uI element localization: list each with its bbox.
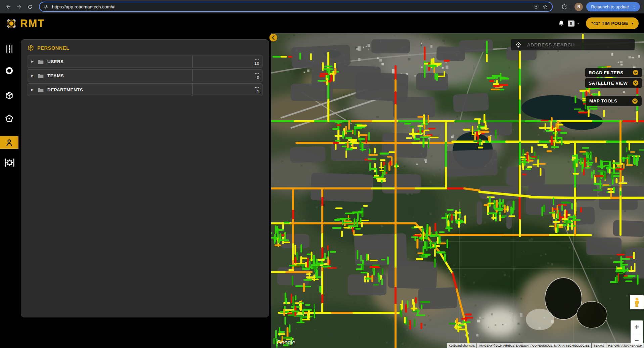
- relaunch-update-button[interactable]: Relaunch to update ⋮: [586, 2, 640, 11]
- expand-caret-icon[interactable]: ▶: [31, 88, 37, 91]
- map-tools-button[interactable]: MAP TOOLS: [586, 96, 642, 106]
- report-error-link[interactable]: REPORT A MAP ERROR: [606, 343, 644, 348]
- ring-icon: [5, 66, 14, 75]
- expand-caret-icon[interactable]: ▶: [31, 60, 37, 63]
- row-menu-icon[interactable]: ---: [255, 86, 259, 89]
- row-count: 0: [257, 75, 259, 80]
- pegman-icon: [634, 297, 640, 307]
- chevron-circle-icon: [633, 80, 639, 86]
- url-bar[interactable]: https://app.roadmantech.com/#: [39, 2, 553, 12]
- terms-link[interactable]: TERMS: [592, 343, 606, 348]
- chevron-down-icon: ▾: [632, 22, 633, 25]
- sidebar-item-roads[interactable]: [0, 43, 18, 55]
- pegman-button[interactable]: [630, 295, 644, 309]
- cube-icon: [27, 44, 34, 51]
- expand-caret-icon[interactable]: ▶: [31, 74, 37, 77]
- extensions-icon[interactable]: [561, 4, 567, 10]
- person-icon: [5, 138, 14, 147]
- pentagon-icon: [5, 114, 14, 123]
- browser-chrome: https://app.roadmantech.com/# R Relaunch…: [0, 0, 644, 13]
- back-icon[interactable]: [3, 2, 13, 12]
- satellite-view-button[interactable]: SATELLITE VIEW: [585, 78, 642, 88]
- panel-rows: ▶ USERS --- 10 ▶ TEAMS ---: [21, 55, 269, 96]
- package-icon: [5, 91, 14, 100]
- sidebar-item-status[interactable]: [0, 64, 18, 77]
- folder-icon: [37, 87, 44, 93]
- keyboard-shortcuts-link[interactable]: Keyboard shortcuts: [447, 343, 477, 348]
- map-container[interactable]: ROAD FILTERS SATELLITE VIEW MAP TOOLS + …: [271, 33, 644, 348]
- chevron-left-icon: [269, 33, 278, 42]
- imagery-credit: IMAGERY ©2024 AIRBUS, LANDSAT / COPERNIC…: [477, 343, 591, 348]
- chevron-down-icon[interactable]: ▾: [578, 22, 579, 25]
- sidebar-item-road-settings[interactable]: [0, 156, 18, 169]
- table-row-departments[interactable]: ▶ DEPARTMENTS --- 1: [27, 83, 263, 96]
- rmt-logo[interactable]: RMT: [5, 17, 45, 30]
- sidebar-item-personnel[interactable]: [0, 136, 18, 149]
- address-search[interactable]: [511, 39, 635, 50]
- user-menu-button[interactable]: *41* TIM POGGE ▾: [586, 17, 639, 29]
- url-text[interactable]: https://app.roadmantech.com/#: [52, 4, 530, 9]
- refresh-icon[interactable]: [25, 2, 35, 12]
- bookmark-star-icon[interactable]: [542, 4, 548, 10]
- logo-text: RMT: [20, 17, 45, 30]
- forward-icon[interactable]: [14, 2, 24, 12]
- install-app-icon[interactable]: [533, 4, 539, 10]
- search-input[interactable]: [526, 42, 631, 48]
- header-actions: 0 ▾ *41* TIM POGGE ▾: [558, 17, 639, 29]
- notification-badge[interactable]: 0: [568, 20, 574, 27]
- road-lanes-icon: [5, 45, 14, 53]
- collapse-panel-button[interactable]: [269, 33, 278, 42]
- locate-target-icon: [515, 41, 522, 48]
- chevron-circle-icon: [632, 98, 638, 104]
- profile-avatar[interactable]: R: [574, 3, 583, 11]
- personnel-panel: PERSONNEL ▶ USERS --- 10 ▶ TEAM: [21, 39, 269, 317]
- browser-menu-icon[interactable]: ⋮: [631, 4, 637, 10]
- folder-icon: [37, 73, 44, 79]
- row-menu-icon[interactable]: ---: [255, 72, 259, 75]
- table-row-users[interactable]: ▶ USERS --- 10: [27, 55, 263, 68]
- rmt-logo-icon: [5, 17, 17, 30]
- chevron-circle-icon: [633, 70, 639, 76]
- panel-title: PERSONNEL: [37, 45, 70, 51]
- sidebar-item-zones[interactable]: [0, 112, 18, 125]
- folder-icon: [37, 59, 44, 64]
- road-filters-button[interactable]: ROAD FILTERS: [585, 68, 642, 77]
- row-count: 10: [255, 61, 259, 66]
- site-settings-icon[interactable]: [44, 4, 49, 9]
- chrome-actions: R Relaunch to update ⋮: [561, 2, 641, 11]
- table-row-teams[interactable]: ▶ TEAMS --- 0: [27, 69, 263, 82]
- panel-header: PERSONNEL: [21, 40, 269, 55]
- divider: [571, 4, 571, 10]
- map-attribution: Keyboard shortcuts IMAGERY ©2024 AIRBUS,…: [447, 343, 644, 348]
- google-watermark: Google: [277, 339, 295, 346]
- row-menu-icon[interactable]: ---: [255, 57, 259, 61]
- zoom-in-button[interactable]: +: [631, 320, 643, 334]
- app-header: RMT 0 ▾ *41* TIM POGGE ▾: [0, 13, 644, 33]
- sidebar-item-assets[interactable]: [0, 89, 18, 102]
- nav-sidebar: [0, 33, 18, 348]
- road-gear-icon: [4, 158, 15, 167]
- bell-icon[interactable]: [558, 20, 565, 27]
- row-count: 1: [257, 89, 259, 94]
